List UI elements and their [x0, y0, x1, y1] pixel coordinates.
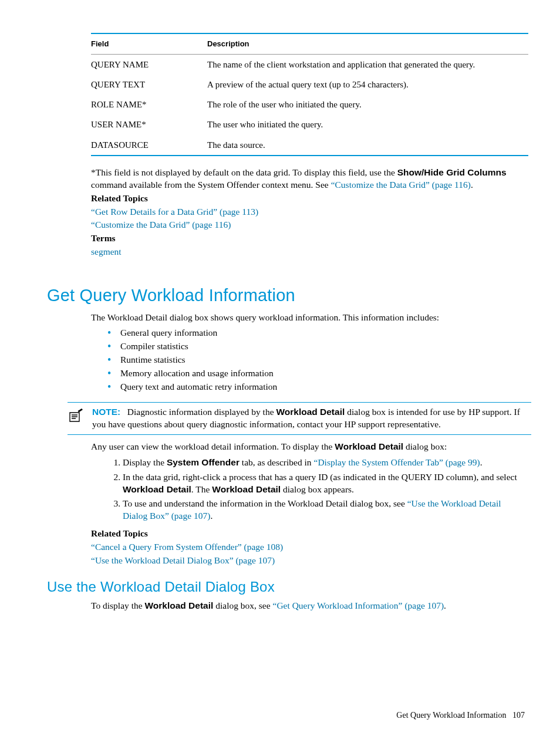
field-description-table: Field Description QUERY NAME The name of… — [91, 33, 528, 156]
list-item: Compiler statistics — [120, 340, 525, 353]
paragraph: To display the Workload Detail dialog bo… — [91, 600, 525, 612]
terms-heading: Terms — [91, 232, 525, 245]
text: . — [210, 511, 212, 521]
text: . — [480, 457, 483, 467]
bold-text: Workload Detail — [123, 484, 191, 494]
text: dialog box appears. — [281, 484, 354, 494]
subsection-heading-use-workload-detail: Use the Workload Detail Dialog Box — [47, 578, 525, 596]
text: tab, as described in — [239, 457, 314, 467]
paragraph: Any user can view the workload detail in… — [91, 441, 525, 453]
cell-desc: A preview of the actual query text (up t… — [207, 75, 528, 94]
footnote-paragraph: *This field is not displayed by default … — [91, 167, 525, 258]
step-item: In the data grid, right-click a process … — [123, 471, 525, 498]
note-rule-bottom — [68, 434, 531, 435]
text: In the data grid, right-click a process … — [123, 472, 517, 482]
cell-field: QUERY NAME — [91, 54, 207, 75]
related-link[interactable]: “Use the Workload Detail Dialog Box” (pa… — [91, 555, 275, 565]
footer-page-number: 107 — [512, 711, 525, 720]
cell-desc: The name of the client workstation and a… — [207, 54, 528, 75]
footnote-text: command available from the System Offend… — [91, 180, 331, 190]
step-item: To use and understand the information in… — [123, 497, 525, 524]
cell-desc: The data source. — [207, 135, 528, 156]
text: dialog box, see — [213, 600, 272, 610]
footnote-link[interactable]: “Customize the Data Grid” (page 116) — [331, 180, 471, 190]
footnote-bold: Show/Hide Grid Columns — [397, 167, 507, 177]
cell-desc: The role of the user who initiated the q… — [207, 94, 528, 114]
note-icon — [68, 407, 84, 427]
bold-text: Workload Detail — [212, 484, 281, 494]
table-header-description: Description — [207, 33, 528, 54]
steps-list: Display the System Offender tab, as desc… — [91, 456, 525, 525]
related-topics-heading: Related Topics — [91, 528, 525, 540]
related-link[interactable]: “Get Row Details for a Data Grid” (page … — [91, 207, 258, 217]
note-rule-top — [68, 402, 531, 403]
note-text: Diagnostic information displayed by the — [127, 407, 276, 417]
table-row: QUERY TEXT A preview of the actual query… — [91, 75, 528, 94]
section2-link[interactable]: “Get Query Workload Information” (page 1… — [273, 600, 444, 610]
footer-section-title: Get Query Workload Information — [396, 711, 506, 720]
section-heading-get-query-workload: Get Query Workload Information — [47, 284, 525, 307]
text: To display the — [91, 600, 144, 610]
note-block: NOTE: Diagnostic information displayed b… — [68, 402, 525, 435]
section-intro: The Workload Detail dialog box shows que… — [91, 312, 525, 324]
cell-field: USER NAME* — [91, 114, 207, 134]
table-row: ROLE NAME* The role of the user who init… — [91, 94, 528, 114]
related-topics-heading: Related Topics — [91, 193, 525, 205]
step-item: Display the System Offender tab, as desc… — [123, 456, 525, 471]
term-link[interactable]: segment — [91, 247, 122, 256]
text: To use and understand the information in… — [123, 498, 407, 508]
text: Any user can view the workload detail in… — [91, 441, 335, 451]
table-row: USER NAME* The user who initiated the qu… — [91, 114, 528, 134]
list-item: Runtime statistics — [120, 353, 525, 367]
note-label: NOTE: — [92, 407, 120, 417]
cell-field: QUERY TEXT — [91, 75, 207, 94]
footnote-text: *This field is not displayed by default … — [91, 167, 397, 177]
bold-text: Workload Detail — [144, 600, 213, 610]
list-item: Memory allocation and usage information — [120, 367, 525, 380]
note-bold: Workload Detail — [276, 407, 345, 417]
related-link[interactable]: “Customize the Data Grid” (page 116) — [91, 220, 231, 229]
bold-text: Workload Detail — [335, 441, 403, 451]
list-item: Query text and automatic retry informati… — [120, 380, 525, 394]
table-row: DATASOURCE The data source. — [91, 135, 528, 156]
footnote-text: . — [471, 180, 473, 190]
text: Display the — [123, 457, 167, 467]
list-item: General query information — [120, 326, 525, 340]
text: . The — [191, 484, 212, 494]
cell-desc: The user who initiated the query. — [207, 114, 528, 134]
cell-field: ROLE NAME* — [91, 94, 207, 114]
bold-text: System Offender — [167, 457, 239, 467]
info-bullet-list: General query information Compiler stati… — [91, 326, 525, 394]
text: . — [444, 600, 446, 610]
table-header-field: Field — [91, 33, 207, 54]
related-link[interactable]: “Cancel a Query From System Offender” (p… — [91, 542, 283, 552]
page-footer: Get Query Workload Information 107 — [396, 710, 525, 721]
step-link[interactable]: “Display the System Offender Tab” (page … — [314, 457, 480, 467]
text: dialog box: — [403, 441, 447, 451]
table-row: QUERY NAME The name of the client workst… — [91, 54, 528, 75]
cell-field: DATASOURCE — [91, 135, 207, 156]
